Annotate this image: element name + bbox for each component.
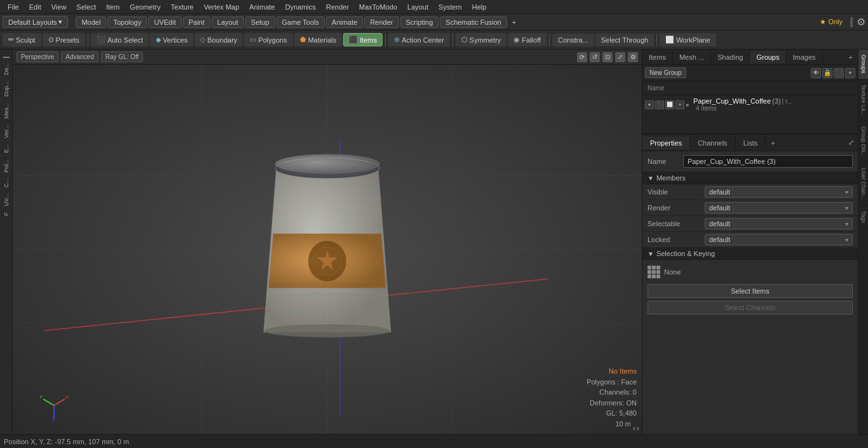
- tab-items[interactable]: Items: [642, 51, 673, 64]
- viewport-expand-bottom[interactable]: › ›: [630, 423, 642, 434]
- menu-system[interactable]: System: [433, 2, 467, 12]
- menu-render[interactable]: Render: [321, 2, 354, 12]
- sidebar-item-pol[interactable]: Pol...: [2, 157, 11, 175]
- viewport-shading-btn[interactable]: Advanced: [61, 51, 98, 62]
- vertices-button[interactable]: ◆ Vertices: [150, 33, 193, 46]
- rvtab-user-chan[interactable]: User Chan...: [858, 163, 868, 206]
- menu-layout[interactable]: Layout: [402, 2, 433, 12]
- tab-mesh[interactable]: Mesh ...: [673, 51, 711, 64]
- new-group-button[interactable]: New Group: [645, 67, 686, 78]
- action-center-button[interactable]: ⊕ Action Center: [388, 33, 450, 46]
- sidebar-item-ver[interactable]: Ver...: [2, 123, 11, 141]
- menu-help[interactable]: Help: [467, 2, 492, 12]
- name-input[interactable]: [683, 155, 853, 168]
- viewport-raygl-btn[interactable]: Ray GL: Off: [101, 51, 144, 62]
- tab-topology[interactable]: Topology: [107, 17, 147, 28]
- viewport-mode-btn[interactable]: Perspective: [17, 51, 58, 62]
- select-channels-button[interactable]: Select Channels: [648, 301, 853, 315]
- members-section-header[interactable]: ▼ Members: [642, 172, 858, 184]
- tab-animate[interactable]: Animate: [326, 17, 363, 28]
- tab-schematic-fusion[interactable]: Schematic Fusion: [440, 17, 506, 28]
- auto-select-button[interactable]: ⬛ Auto Select: [91, 33, 149, 46]
- group-render-icon[interactable]: ⬛: [655, 100, 664, 109]
- materials-button[interactable]: ⬟ Materials: [294, 33, 342, 46]
- viewport-reset-icon[interactable]: ↺: [590, 52, 600, 62]
- tab-lists[interactable]: Lists: [736, 137, 766, 149]
- render-select[interactable]: default ▾: [705, 202, 853, 214]
- sidebar-item-c[interactable]: C...: [2, 176, 11, 190]
- falloff-button[interactable]: ◉ Falloff: [508, 33, 546, 46]
- sidebar-item-e[interactable]: E...: [2, 142, 11, 156]
- tab-layout[interactable]: Layout: [212, 17, 244, 28]
- layout-dropdown[interactable]: Default Layouts ▾: [3, 16, 68, 28]
- add-tab-button[interactable]: +: [508, 17, 520, 27]
- rvtab-groups[interactable]: Groups: [858, 50, 868, 79]
- groups-render-icon[interactable]: ⬛: [834, 68, 844, 78]
- menu-file[interactable]: File: [3, 2, 24, 12]
- menu-geometry[interactable]: Geometry: [125, 2, 165, 12]
- rvtab-texture-la[interactable]: Texture La...: [858, 79, 868, 122]
- sidebar-item-mes[interactable]: Mes...: [2, 100, 11, 121]
- menu-edit[interactable]: Edit: [24, 2, 46, 12]
- rvtab-group-dis[interactable]: Group Dis...: [858, 121, 868, 163]
- viewport-settings-icon[interactable]: ⚙: [628, 52, 638, 62]
- props-expand-icon[interactable]: ⤢: [844, 136, 858, 149]
- tab-setup[interactable]: Setup: [245, 17, 275, 28]
- sidebar-item-dup[interactable]: Dup...: [2, 79, 11, 99]
- tab-uvedit[interactable]: UVEdit: [148, 17, 181, 28]
- symmetry-button[interactable]: ⬡ Symmetry: [456, 33, 507, 46]
- add-panel-tab[interactable]: +: [844, 51, 858, 64]
- tab-properties[interactable]: Properties: [642, 137, 690, 149]
- groups-lock-icon[interactable]: 🔒: [822, 68, 832, 78]
- viewport[interactable]: Perspective Advanced Ray GL: Off ⟳ ↺ ⊡ ⤢…: [13, 50, 642, 434]
- sculpt-button[interactable]: ✏ Sculpt: [3, 33, 41, 46]
- settings-icon[interactable]: ⚙: [857, 16, 865, 28]
- boundary-button[interactable]: ◇ Boundary: [194, 33, 243, 46]
- groups-add-icon[interactable]: +: [845, 68, 855, 78]
- items-button[interactable]: ⬛ Items: [343, 33, 383, 46]
- menu-select[interactable]: Select: [71, 2, 101, 12]
- sidebar-item-uv[interactable]: UV...: [2, 191, 11, 208]
- group-visibility-icon[interactable]: ●: [645, 100, 654, 109]
- viewport-canvas[interactable]: X Y Z No Items Polygons : Face Channels:…: [13, 65, 642, 434]
- sidebar-item-de[interactable]: De...: [2, 60, 11, 78]
- constraints-button[interactable]: Constra...: [552, 34, 594, 46]
- menu-dynamics[interactable]: Dynamics: [280, 2, 321, 12]
- menu-animate[interactable]: Animate: [244, 2, 280, 12]
- selection-keying-header[interactable]: ▼ Selection & Keying: [642, 248, 858, 260]
- menu-view[interactable]: View: [46, 2, 72, 12]
- tab-model[interactable]: Model: [76, 17, 106, 28]
- tab-scripting[interactable]: Scripting: [400, 17, 439, 28]
- group-extra-icon[interactable]: +: [675, 100, 684, 109]
- groups-eye-icon[interactable]: 👁: [811, 68, 821, 78]
- sidebar-item-f[interactable]: F: [2, 210, 11, 219]
- locked-select[interactable]: default ▾: [705, 234, 853, 245]
- presets-button[interactable]: ⊙ Presets: [43, 33, 85, 46]
- viewport-rotate-icon[interactable]: ⟳: [577, 52, 587, 62]
- tab-gametools[interactable]: Game Tools: [276, 17, 325, 28]
- menu-texture[interactable]: Texture: [166, 2, 199, 12]
- tab-groups[interactable]: Groups: [750, 51, 786, 64]
- menu-vertexmap[interactable]: Vertex Map: [199, 2, 245, 12]
- tab-images[interactable]: Images: [786, 51, 822, 64]
- star-label[interactable]: ★ Only: [816, 17, 846, 27]
- tab-paint[interactable]: Paint: [183, 17, 210, 28]
- menu-item[interactable]: Item: [101, 2, 125, 12]
- workplane-button[interactable]: ⬜ WorkPlane: [660, 33, 716, 46]
- selectable-select[interactable]: default ▾: [705, 218, 853, 229]
- select-items-button[interactable]: Select Items: [648, 284, 853, 298]
- viewport-frame-icon[interactable]: ⊡: [602, 52, 613, 62]
- add-props-tab[interactable]: +: [766, 137, 780, 149]
- list-item[interactable]: ● ⬛ ⬜ + ▸ Paper_Cup_With_Coffee (3) | r.…: [642, 95, 858, 114]
- viewport-expand-icon[interactable]: ⤢: [615, 52, 625, 62]
- tab-shading[interactable]: Shading: [711, 51, 750, 64]
- select-through-button[interactable]: Select Through: [595, 34, 654, 46]
- tab-channels[interactable]: Channels: [690, 137, 735, 149]
- menu-maxtomodo[interactable]: MaxToModo: [354, 2, 402, 12]
- visible-select[interactable]: default ▾: [705, 186, 853, 198]
- rvtab-tags[interactable]: Tags: [858, 206, 868, 229]
- group-lock-icon[interactable]: ⬜: [665, 100, 674, 109]
- presets-icon: ⊙: [48, 36, 54, 44]
- polygons-button[interactable]: ▭ Polygons: [244, 33, 292, 46]
- tab-render[interactable]: Render: [364, 17, 398, 28]
